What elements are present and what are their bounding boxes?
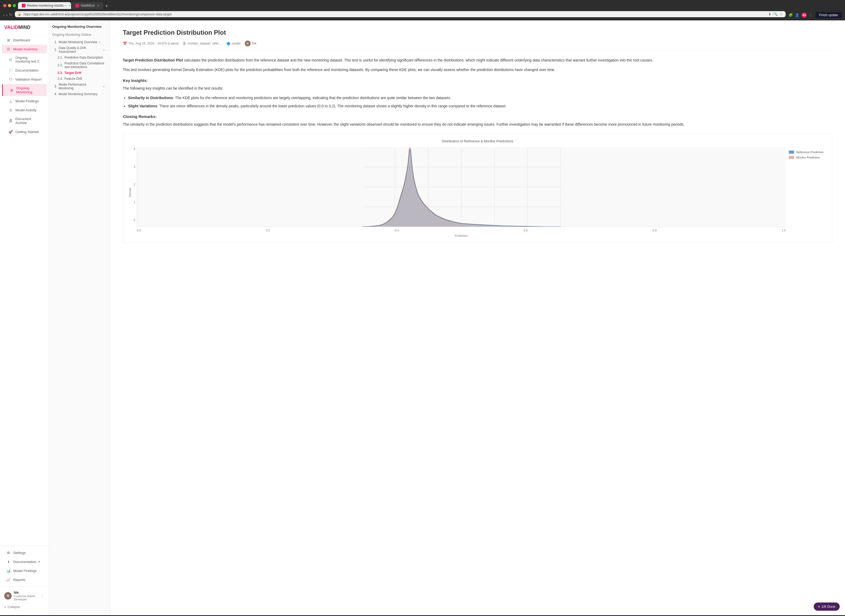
outline-label-2-3: Target Drift — [65, 71, 81, 75]
finish-update-button[interactable]: Finish update — [815, 12, 842, 18]
sidebar-item-documentation[interactable]: 📄 Documentation — [2, 66, 47, 75]
settings-icon: ⚙ — [6, 550, 10, 555]
sidebar-item-model-findings-2-label: Model Findings — [13, 569, 37, 573]
user-name: Nik — [14, 591, 39, 594]
tab-close-button-2[interactable]: ✕ — [97, 4, 100, 7]
search-icon[interactable]: 🔍 — [773, 12, 777, 16]
collapse-icon: « — [4, 605, 6, 609]
x-tick-1-0: 1.0 — [782, 229, 786, 232]
getting-started-icon: 🚀 — [9, 130, 13, 134]
y-tick-1: 1 — [134, 201, 135, 204]
chevron-3: ▾ — [103, 85, 104, 88]
sidebar-item-dashboard-label: Dashboard — [13, 38, 30, 42]
user-menu-button[interactable]: ⋮ — [41, 594, 44, 598]
sidebar-item-getting-started[interactable]: 🚀 Getting Started — [2, 128, 47, 136]
sidebar-item-getting-started-label: Getting Started — [15, 130, 38, 134]
sidebar-item-ongoing-test-label: Ongoing monitoring test 2 — [15, 56, 43, 63]
sidebar-item-settings[interactable]: ⚙ Settings — [2, 549, 47, 557]
sidebar-item-validation-label: Validation Report — [15, 78, 42, 81]
meta-model: 🔷 model — [226, 42, 241, 45]
tab-favicon-2 — [75, 4, 79, 7]
x-tick-0-4: 0.4 — [395, 229, 399, 232]
meta-avatar: N — [245, 41, 251, 46]
outline-item-2-4[interactable]: 2.4. Feature Drift — [52, 76, 107, 82]
outline-item-2[interactable]: 2. Data Quality & Drift Assessment ▾ — [52, 45, 107, 54]
profile-icon[interactable]: 👤 — [795, 13, 799, 17]
model-icon: 🔷 — [226, 42, 231, 45]
outline-item-4[interactable]: 4. Model Monitoring Summary — [52, 91, 107, 97]
outline-item-1[interactable]: 1. Model Monitoring Overview ▾ — [52, 39, 107, 45]
intro-text: calculates the prediction distributions … — [183, 58, 653, 62]
y-tick-3: 3 — [134, 165, 135, 168]
info-icon: ℹ — [6, 560, 10, 564]
user-role: Customer Admin, Developer — [14, 594, 39, 601]
outline-num-2-2: 2.2. — [57, 63, 63, 67]
main-content: Target Prediction Distribution Plot 📅 Th… — [110, 21, 845, 615]
sidebar-item-validation-report[interactable]: 🛡 Validation Report — [2, 75, 47, 84]
active-tab[interactable]: Review monitoring results – ✕ — [18, 2, 71, 9]
key-insights-heading: Key Insights: — [123, 78, 832, 83]
outline-label-2-2: Prediction Data Correlations and Interac… — [65, 62, 104, 69]
close-window-button[interactable] — [3, 4, 6, 7]
chart-icon: 📊 — [6, 569, 10, 573]
calendar-icon: 📅 — [123, 42, 127, 45]
sidebar-item-documentation-ext[interactable]: ℹ Documentation ↗ — [2, 557, 47, 566]
legend-color-monitor — [789, 156, 794, 159]
chart-y-label: Density — [128, 147, 132, 237]
chart-title: Distribution of Reference & Monitor Pred… — [128, 139, 827, 143]
outline-num-2-4: 2.4. — [57, 77, 63, 81]
x-tick-0-0: 0.0 — [137, 229, 141, 232]
chart-main: 0 1 2 3 4 — [134, 147, 786, 237]
sidebar-item-model-activity[interactable]: ⊙ Model Activity — [2, 106, 47, 114]
address-icons: ⬇ 🔍 ☆ — [769, 12, 783, 16]
database-icon: 🗄 — [183, 42, 186, 45]
outline-num-2-1: 2.1. — [57, 56, 63, 59]
refresh-button[interactable]: ↻ — [9, 13, 12, 18]
chart-x-label: Prediction — [137, 234, 786, 237]
sidebar-item-document-archive[interactable]: 🗄 Document Archive — [2, 115, 47, 127]
document-archive-icon: 🗄 — [9, 119, 13, 123]
x-tick-0-6: 0.6 — [524, 229, 528, 232]
page-title: Target Prediction Distribution Plot — [123, 29, 832, 36]
sidebar-item-ongoing-monitoring-test[interactable]: ⊡ Ongoing monitoring test 2 — [2, 54, 47, 66]
inactive-tab[interactable]: ValidMind ✕ — [72, 2, 103, 9]
outline-overview-title: Ongoing Monitoring Overview — [52, 25, 107, 29]
sidebar-item-dashboard[interactable]: ⊞ Dashboard — [2, 36, 47, 44]
dashboard-icon: ⊞ — [6, 38, 10, 42]
sidebar-item-model-inventory[interactable]: ☰ Model Inventory — [2, 45, 47, 53]
address-bar[interactable]: 🔒 https://app.dev.vm.validmind.ai/projec… — [15, 11, 786, 17]
forward-button[interactable]: › — [6, 13, 7, 18]
sidebar-item-ongoing-monitoring[interactable]: 🖥 Ongoing Monitoring — [2, 84, 47, 96]
extensions-icon[interactable]: 🧩 — [788, 13, 793, 17]
collapse-sidebar-button[interactable]: « Collapse — [0, 603, 49, 611]
chart-svg-container: 0.0 0.2 0.4 0.6 0.8 1.0 Prediction — [137, 147, 786, 237]
outline-item-2-3[interactable]: 2.3. Target Drift — [52, 70, 107, 76]
maximize-window-button[interactable] — [13, 4, 16, 7]
progress-pill[interactable]: ≡ 1/6 Done — [814, 603, 840, 611]
outline-label-3: Model Performance Monitoring — [59, 83, 101, 90]
download-icon[interactable]: ⬇ — [769, 12, 771, 16]
bookmark-icon[interactable]: ☆ — [780, 12, 783, 16]
outline-item-2-2[interactable]: 2.2. Prediction Data Correlations and In… — [52, 60, 107, 70]
insight-item-2: Slight Variations: There are minor diffe… — [128, 103, 832, 109]
minimize-window-button[interactable] — [8, 4, 11, 7]
model-activity-icon: ⊙ — [9, 108, 13, 112]
outline-num-2-3: 2.3. — [57, 71, 63, 75]
sidebar-item-model-findings[interactable]: △ Model Findings — [2, 97, 47, 105]
meta-user-text: Nik — [252, 42, 256, 45]
back-button[interactable]: ‹ — [3, 13, 4, 18]
tab-close-button[interactable]: ✕ — [69, 4, 71, 7]
x-tick-0-8: 0.8 — [653, 229, 657, 232]
validation-icon: 🛡 — [9, 77, 13, 81]
sidebar-item-reports[interactable]: 📈 Reports — [2, 575, 47, 584]
legend-item-monitor: Monitor Prediction — [789, 156, 823, 159]
new-tab-button[interactable]: + — [104, 3, 110, 9]
notification-badge: 43 — [801, 12, 807, 18]
insight-label-1: Similarity in Distributions — [128, 96, 173, 100]
menu-icon[interactable]: ⋮ — [809, 13, 813, 17]
outline-item-3[interactable]: 3. Model Performance Monitoring ▾ — [52, 82, 107, 91]
paragraph2: This test involves generating Kernel Den… — [123, 67, 832, 73]
sidebar-item-model-findings-label: Model Findings — [15, 99, 39, 103]
sidebar-item-model-findings-2[interactable]: 📊 Model Findings — [2, 566, 47, 575]
outline-item-2-1[interactable]: 2.1. Prediction Data Description — [52, 54, 107, 60]
